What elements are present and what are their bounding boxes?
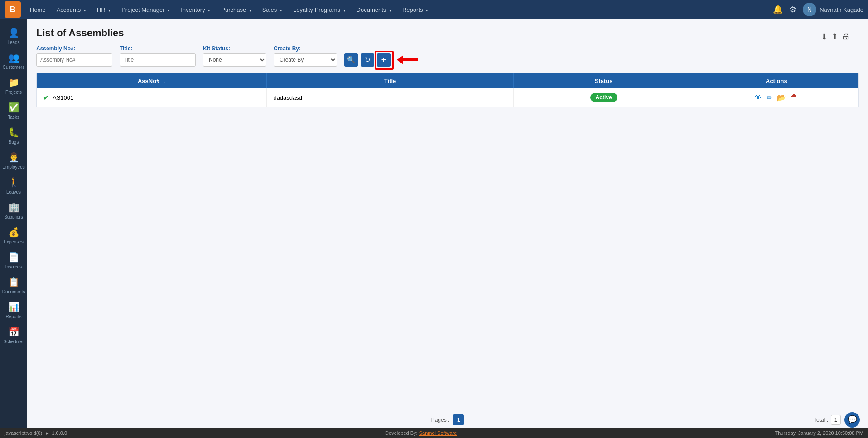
status-left: javascript:void(0); ▸ 1.0.0.0 [5,430,67,436]
sidebar-label-bugs: Bugs [9,140,19,145]
sidebar-item-documents[interactable]: 📋 Documents [0,273,27,298]
sidebar-label-scheduler: Scheduler [3,339,24,344]
table-row: ✔ AS1001 dadasdasd Active 👁 [37,88,858,107]
nav-reports[interactable]: Reports ▾ [398,4,433,16]
sidebar-item-employees[interactable]: 👨‍💼 Employees [0,148,27,173]
kit-status-label: Kit Status: [203,45,266,52]
nav-home[interactable]: Home [25,4,50,16]
user-avatar: N [803,3,816,16]
sidebar-label-leads: Leads [7,40,19,45]
nav-purchase[interactable]: Purchase ▾ [217,4,256,16]
nav-right-area: 🔔 ⚙ N Navnath Kagade [773,3,863,16]
title-filter: Title: [120,45,196,67]
current-page-badge[interactable]: 1 [453,414,464,425]
col-header-status[interactable]: Status [513,73,694,88]
create-by-label: Create By: [274,45,337,52]
add-button[interactable]: + [377,53,391,67]
assembly-no-filter: Assembly No#: [36,45,112,67]
delete-icon[interactable]: 🗑 [791,93,798,102]
nav-documents[interactable]: Documents ▾ [352,4,396,16]
employees-icon: 👨‍💼 [8,152,19,163]
company-link[interactable]: Sanmol Software [419,430,457,436]
suppliers-icon: 🏢 [8,202,19,213]
nav-loyalty[interactable]: Loyality Programs ▾ [289,4,350,16]
sidebar-item-reports[interactable]: 📊 Reports [0,298,27,323]
filter-action-buttons: 🔍 ↻ + [344,53,391,67]
assno-value: AS1001 [53,94,73,101]
sidebar-label-projects: Projects [5,90,22,95]
folder-icon[interactable]: 📂 [777,93,786,102]
search-button[interactable]: 🔍 [344,53,358,67]
title-value: dadasdasd [273,94,302,101]
customers-icon: 👥 [8,52,19,63]
kit-status-filter: Kit Status: None Active Inactive [203,45,266,67]
export-icon[interactable]: ⬆ [831,32,838,42]
sidebar: 👤 Leads 👥 Customers 📁 Projects ✅ Tasks 🐛… [0,19,27,438]
sidebar-item-leaves[interactable]: 🚶 Leaves [0,173,27,198]
nav-hr[interactable]: HR ▾ [92,4,115,16]
user-menu[interactable]: N Navnath Kagade [803,3,863,16]
cell-status: Active [513,88,694,107]
sidebar-item-expenses[interactable]: 💰 Expenses [0,223,27,248]
nav-inventory[interactable]: Inventory ▾ [176,4,215,16]
sidebar-item-scheduler[interactable]: 📅 Scheduler [0,323,27,348]
title-input[interactable] [120,53,196,67]
top-navbar: B Home Accounts ▾ HR ▾ Project Manager ▾… [0,0,868,19]
action-icons-group: 👁 ✏ 📂 🗑 [701,93,852,102]
sidebar-item-projects[interactable]: 📁 Projects [0,73,27,98]
view-icon[interactable]: 👁 [755,93,762,102]
total-count-badge: 1 [831,415,841,425]
filter-area: Assembly No#: Title: Kit Status: None Ac… [36,45,859,67]
edit-icon[interactable]: ✏ [767,93,772,102]
nav-accounts[interactable]: Accounts ▾ [52,4,91,16]
refresh-button[interactable]: ↻ [361,53,374,67]
sidebar-item-customers[interactable]: 👥 Customers [0,49,27,73]
main-content: ⬇ ⬆ 🖨 List of Assemblies Assembly No#: T… [27,19,868,438]
assemblies-table: AssNo# ↓ Title Status Actions ✔ AS1001 [37,73,858,107]
status-datetime: Thursday, January 2, 2020 10:50:08 PM [775,430,863,436]
status-center: Developed By: Sanmol Software [385,430,457,436]
sidebar-label-employees: Employees [2,165,24,170]
sidebar-item-suppliers[interactable]: 🏢 Suppliers [0,198,27,223]
sidebar-label-leaves: Leaves [6,190,21,195]
pagination-area: Pages : 1 [431,414,464,425]
bugs-icon: 🐛 [8,127,19,138]
assembly-no-input[interactable] [36,53,112,67]
sidebar-label-suppliers: Suppliers [4,214,23,219]
col-header-assno[interactable]: AssNo# ↓ [37,73,267,88]
create-by-select[interactable]: Create By [274,53,337,67]
sidebar-label-documents: Documents [2,289,25,294]
leads-icon: 👤 [8,27,19,38]
sidebar-item-bugs[interactable]: 🐛 Bugs [0,123,27,148]
sort-icon-assno: ↓ [163,78,166,84]
import-icon[interactable]: ⬇ [821,32,828,42]
table-wrapper: AssNo# ↓ Title Status Actions ✔ AS1001 [36,73,859,107]
assembly-no-label: Assembly No#: [36,45,112,52]
table-header-row: AssNo# ↓ Title Status Actions [37,73,858,88]
sidebar-item-leads[interactable]: 👤 Leads [0,24,27,49]
leaves-icon: 🚶 [8,177,19,188]
add-wrapper: + [377,53,391,67]
tasks-icon: ✅ [8,102,19,113]
notification-icon[interactable]: 🔔 [773,5,783,15]
invoices-icon: 📄 [8,252,19,263]
col-header-actions: Actions [694,73,858,88]
cell-title: dadasdasd [267,88,513,107]
cell-actions: 👁 ✏ 📂 🗑 [694,88,858,107]
settings-icon[interactable]: ⚙ [789,5,796,15]
projects-icon: 📁 [8,77,19,88]
create-by-filter: Create By: Create By [274,45,337,67]
sidebar-item-tasks[interactable]: ✅ Tasks [0,98,27,123]
col-header-title[interactable]: Title [267,73,513,88]
sidebar-item-invoices[interactable]: 📄 Invoices [0,248,27,273]
nav-sales[interactable]: Sales ▾ [258,4,287,16]
arrow-head [397,55,403,64]
pages-label: Pages : [431,417,450,423]
export-actions: ⬇ ⬆ 🖨 [821,32,850,42]
sidebar-label-reports: Reports [5,314,21,319]
content-container: ⬇ ⬆ 🖨 List of Assemblies Assembly No#: T… [36,27,859,107]
chat-button[interactable]: 💬 [844,412,860,428]
print-icon[interactable]: 🖨 [842,32,850,42]
kit-status-select[interactable]: None Active Inactive [203,53,266,67]
nav-project-manager[interactable]: Project Manager ▾ [117,4,174,16]
